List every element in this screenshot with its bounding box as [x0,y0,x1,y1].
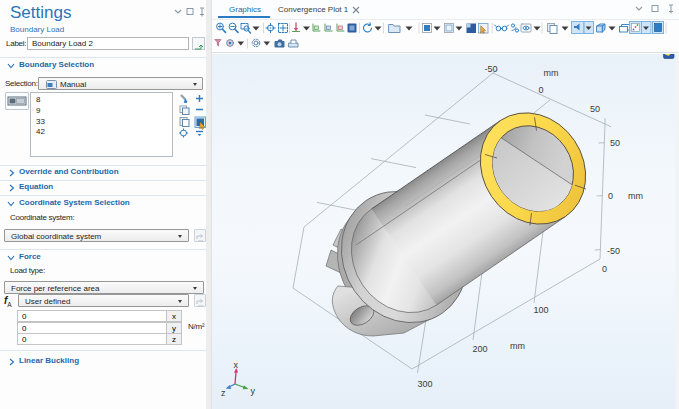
svg-text:200: 200 [472,344,487,354]
svg-text:-50: -50 [484,64,497,74]
svg-text:0: 0 [608,191,613,201]
svg-text:-50: -50 [607,246,620,256]
svg-text:mm: mm [544,68,559,78]
svg-text:0: 0 [538,85,543,95]
svg-text:mm: mm [510,341,525,351]
svg-text:50: 50 [610,138,620,148]
svg-text:300: 300 [417,379,432,389]
svg-text:x: x [234,360,239,370]
svg-text:z: z [221,388,226,398]
svg-text:mm: mm [628,191,643,201]
svg-text:0: 0 [602,264,607,274]
svg-text:y: y [251,386,256,396]
svg-text:50: 50 [590,104,600,114]
svg-text:100: 100 [533,305,548,315]
